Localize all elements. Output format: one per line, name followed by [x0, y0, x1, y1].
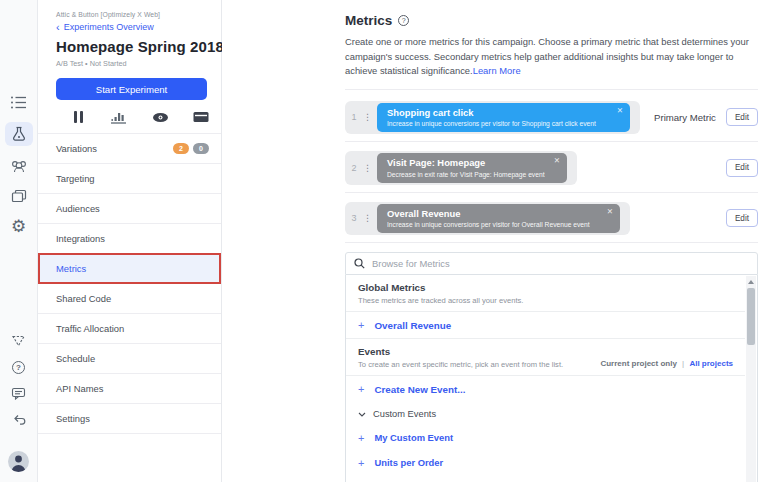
metric-row-actions: Edit: [726, 159, 758, 177]
metric-strip: 3 ⋮ Overall Revenue Increase in unique c…: [345, 202, 630, 236]
nav-item-schedule[interactable]: Schedule: [38, 344, 221, 374]
page-title-row: Metrics ?: [345, 13, 758, 28]
nav-label: API Names: [56, 383, 103, 394]
help-glyph: ?: [12, 361, 25, 374]
panel-scrollbar[interactable]: [746, 276, 756, 482]
metric-name: Overall Revenue: [387, 208, 600, 219]
metric-order-number: 1: [345, 112, 363, 122]
create-new-event-label: Create New Event...: [374, 384, 465, 395]
experiments-flask-icon[interactable]: [5, 122, 33, 146]
help-icon[interactable]: ?: [7, 357, 31, 377]
gear-glyph: ⚙: [11, 218, 26, 235]
drag-handle-icon[interactable]: ⋮: [363, 213, 371, 223]
pages-icon[interactable]: [7, 186, 31, 206]
nav-item-traffic-allocation[interactable]: Traffic Allocation: [38, 314, 221, 344]
start-experiment-button[interactable]: Start Experiment: [56, 78, 207, 100]
plus-icon: +: [358, 457, 364, 469]
drag-handle-icon[interactable]: ⋮: [363, 112, 371, 122]
event-item-my-custom-event[interactable]: + My Custom Event: [346, 425, 745, 450]
metric-row-actions: Primary Metric Edit: [654, 108, 758, 126]
plus-icon: +: [358, 383, 364, 395]
metric-row-actions: Edit: [726, 209, 758, 227]
primary-metric-tag: Primary Metric: [654, 112, 716, 123]
nav-label: Variations: [56, 143, 97, 154]
metric-name: Visit Page: Homepage: [387, 157, 547, 168]
chevron-left-icon: ‹: [56, 23, 60, 31]
variations-count-badge: 2: [173, 143, 189, 154]
scroll-up-arrow[interactable]: [746, 276, 756, 287]
remove-metric-icon[interactable]: ✕: [554, 156, 560, 165]
funnel-icon[interactable]: [7, 331, 31, 351]
custom-events-group-toggle[interactable]: Custom Events: [346, 402, 745, 425]
metric-browser-panel: Global Metrics These metrics are tracked…: [345, 275, 758, 482]
settings-gear-icon[interactable]: ⚙: [7, 216, 31, 236]
metric-browser-list: Global Metrics These metrics are tracked…: [346, 275, 757, 482]
project-breadcrumb: Attic & Button [Optimizely X Web]: [56, 11, 209, 18]
results-chart-icon[interactable]: [109, 110, 129, 124]
metric-option-label: Overall Revenue: [374, 320, 451, 331]
preview-eye-icon[interactable]: [150, 110, 170, 124]
archive-icon[interactable]: [191, 110, 211, 124]
section-description: These metrics are tracked across all you…: [358, 296, 733, 305]
nav-item-shared-code[interactable]: Shared Code: [38, 284, 221, 314]
pause-glyph: [74, 111, 83, 123]
nav-item-variations[interactable]: Variations 2 0: [38, 134, 221, 164]
scrollbar-thumb[interactable]: [747, 288, 755, 345]
nav-item-integrations[interactable]: Integrations: [38, 224, 221, 254]
metric-order-number: 3: [345, 213, 363, 223]
nav-item-audiences[interactable]: Audiences: [38, 194, 221, 224]
back-link-label: Experiments Overview: [64, 22, 154, 32]
metric-strip: 2 ⋮ Visit Page: Homepage Decrease in exi…: [345, 151, 577, 185]
edit-metric-button[interactable]: Edit: [726, 159, 758, 177]
event-item-total-pages[interactable]: + Total Pages: [346, 475, 745, 482]
events-header-left: Events To create an event specific metri…: [358, 346, 600, 369]
nav-label: Traffic Allocation: [56, 323, 124, 334]
metric-pill-overall-revenue[interactable]: Overall Revenue Increase in unique conve…: [377, 204, 620, 234]
experiments-overview-link[interactable]: ‹ Experiments Overview: [56, 22, 209, 32]
audiences-icon[interactable]: [7, 156, 31, 176]
filter-current-project[interactable]: Current project only: [600, 359, 676, 368]
experiment-toolbar: [38, 100, 221, 134]
nav-item-settings[interactable]: Settings: [38, 404, 221, 434]
metric-description: Increase in unique conversions per visit…: [387, 221, 600, 228]
icon-rail: ⚙ ?: [0, 0, 38, 482]
search-icon: [354, 258, 365, 269]
nav-item-targeting[interactable]: Targeting: [38, 164, 221, 194]
add-overall-revenue-row[interactable]: + Overall Revenue: [346, 312, 745, 339]
metrics-help-icon[interactable]: ?: [398, 15, 409, 26]
variation-badges: 2 0: [173, 143, 209, 154]
edit-metric-button[interactable]: Edit: [726, 108, 758, 126]
account-avatar[interactable]: [8, 451, 29, 472]
nav-item-metrics[interactable]: Metrics: [38, 254, 221, 284]
projects-list-icon[interactable]: [7, 92, 31, 112]
global-metrics-section-header: Global Metrics These metrics are tracked…: [346, 275, 745, 312]
filter-all-projects[interactable]: All projects: [689, 359, 733, 368]
learn-more-link[interactable]: Learn More: [473, 65, 521, 76]
variations-secondary-badge: 0: [193, 143, 209, 154]
create-new-event-row[interactable]: + Create New Event...: [346, 376, 745, 402]
drag-handle-icon[interactable]: ⋮: [363, 163, 371, 173]
metric-name: Shopping cart click: [387, 107, 610, 118]
nav-label: Shared Code: [56, 293, 111, 304]
metric-list: 1 ⋮ Shopping cart click Increase in uniq…: [345, 89, 758, 244]
feedback-icon[interactable]: [7, 383, 31, 403]
section-title: Events: [358, 346, 600, 357]
group-label: Custom Events: [373, 409, 436, 419]
pause-icon[interactable]: [68, 110, 88, 124]
nav-item-api-names[interactable]: API Names: [38, 374, 221, 404]
metric-search-box: [345, 252, 758, 275]
remove-metric-icon[interactable]: ✕: [607, 207, 613, 216]
experiment-title: Homepage Spring 2018: [56, 38, 209, 55]
edit-metric-button[interactable]: Edit: [726, 209, 758, 227]
experiment-status: A/B Test • Not Started: [56, 59, 209, 68]
metrics-main-panel: Metrics ? Create one or more metrics for…: [222, 0, 768, 482]
event-item-units-per-order[interactable]: + Units per Order: [346, 450, 745, 475]
section-title: Global Metrics: [358, 282, 733, 293]
remove-metric-icon[interactable]: ✕: [617, 106, 623, 115]
nav-label: Settings: [56, 413, 90, 424]
metric-pill-shopping-cart-click[interactable]: Shopping cart click Increase in unique c…: [377, 103, 630, 133]
undo-arrow-icon[interactable]: [7, 409, 31, 429]
browse-metrics-input[interactable]: [372, 258, 749, 269]
metric-pill-visit-page-homepage[interactable]: Visit Page: Homepage Decrease in exit ra…: [377, 153, 567, 183]
page-description: Create one or more metrics for this camp…: [345, 35, 758, 79]
